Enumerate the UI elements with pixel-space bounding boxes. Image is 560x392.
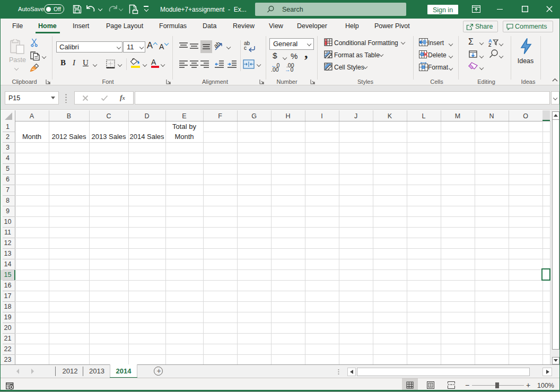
svg-text:Z: Z (488, 42, 492, 47)
